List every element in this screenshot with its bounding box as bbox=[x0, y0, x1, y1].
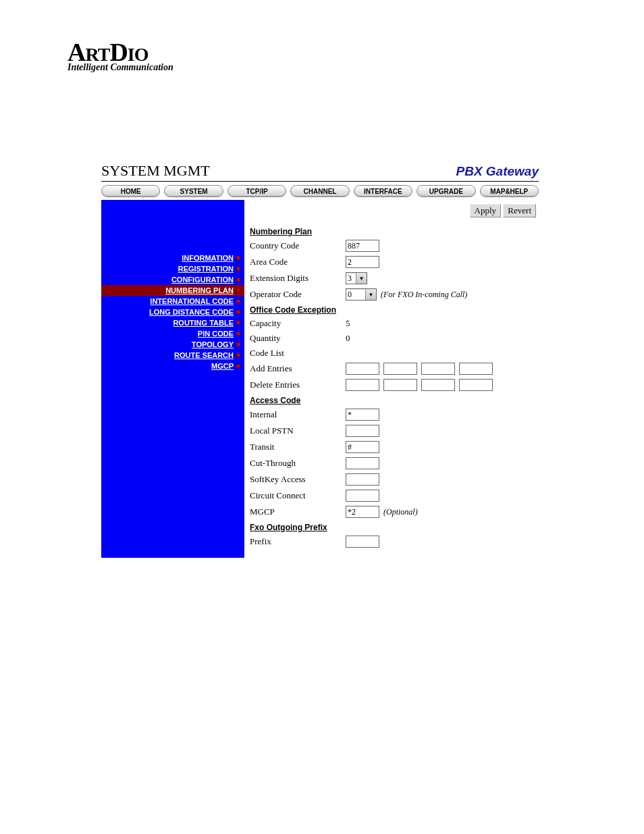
add-entry-input[interactable] bbox=[459, 363, 493, 375]
label-prefix: Prefix bbox=[250, 536, 346, 547]
sidebar-item-long-distance-code[interactable]: LONG DISTANCE CODE bbox=[101, 307, 244, 317]
delete-entry-input[interactable] bbox=[346, 379, 379, 391]
bullet-icon bbox=[236, 332, 240, 336]
bullet-icon bbox=[236, 267, 240, 271]
label-local-pstn: Local PSTN bbox=[250, 425, 346, 436]
prefix-input[interactable] bbox=[346, 536, 379, 548]
sidebar-item-mgcp[interactable]: MGCP bbox=[101, 361, 244, 371]
label-capacity: Capacity bbox=[250, 318, 346, 329]
sidebar-item-route-search[interactable]: ROUTE SEARCH bbox=[101, 350, 244, 361]
sidebar-item-label: INFORMATION bbox=[182, 254, 234, 262]
sidebar-item-registration[interactable]: REGISTRATION bbox=[101, 263, 244, 274]
logo-text: ARTDIO bbox=[68, 41, 644, 63]
bullet-icon bbox=[236, 342, 240, 346]
sidebar-item-label: CONFIGURATION bbox=[171, 276, 234, 284]
sidebar-item-label: REGISTRATION bbox=[178, 265, 234, 273]
bullet-icon bbox=[236, 278, 240, 282]
mgcp-hint: (Optional) bbox=[383, 507, 418, 517]
sidebar-item-routing-table[interactable]: ROUTING TABLE bbox=[101, 317, 244, 328]
extension-digits-select[interactable]: 3 ▼ bbox=[346, 272, 367, 284]
bullet-icon bbox=[236, 310, 240, 314]
delete-entry-input[interactable] bbox=[421, 379, 455, 391]
product-name: PBX Gateway bbox=[456, 164, 539, 179]
delete-entry-input[interactable] bbox=[383, 379, 417, 391]
bullet-icon bbox=[236, 353, 240, 357]
local-pstn-input[interactable] bbox=[346, 425, 379, 437]
label-softkey-access: SoftKey Access bbox=[250, 474, 346, 485]
label-add-entries: Add Entries bbox=[250, 363, 346, 374]
tab-upgrade[interactable]: UPGRADE bbox=[417, 185, 475, 197]
operator-code-select[interactable]: 0 ▼ bbox=[346, 288, 377, 301]
main-tabs: HOME SYSTEM TCP/IP CHANNEL INTERFACE UPG… bbox=[101, 184, 539, 200]
area-code-input[interactable] bbox=[346, 256, 379, 268]
tab-system[interactable]: SYSTEM bbox=[164, 185, 223, 197]
country-code-input[interactable] bbox=[346, 240, 379, 252]
bullet-icon bbox=[236, 321, 240, 325]
sidebar-item-label: TOPOLOGY bbox=[192, 340, 234, 348]
sidebar-item-international-code[interactable]: INTERNATIONAL CODE bbox=[101, 296, 244, 307]
add-entry-input[interactable] bbox=[383, 363, 417, 375]
bullet-icon bbox=[236, 364, 240, 368]
label-area-code: Area Code bbox=[250, 257, 346, 267]
capacity-value: 5 bbox=[346, 318, 373, 329]
sidebar-item-configuration[interactable]: CONFIGURATION bbox=[101, 274, 244, 285]
bullet-icon bbox=[236, 299, 240, 303]
sidebar-item-pin-code[interactable]: PIN CODE bbox=[101, 328, 244, 339]
sidebar-item-label: PIN CODE bbox=[198, 330, 234, 338]
label-operator-code: Operator Code bbox=[250, 289, 346, 300]
tab-maphelp[interactable]: MAP&HELP bbox=[480, 185, 539, 197]
label-circuit-connect: Circuit Connect bbox=[250, 490, 346, 501]
apply-button[interactable]: Apply bbox=[470, 204, 502, 217]
tab-interface[interactable]: INTERFACE bbox=[354, 185, 412, 197]
sidebar-item-label: MGCP bbox=[211, 362, 234, 370]
logo-tagline: Intelligent Communication bbox=[68, 62, 644, 73]
quantity-value: 0 bbox=[346, 333, 373, 344]
sidebar-item-label: ROUTING TABLE bbox=[173, 319, 234, 327]
label-transit: Transit bbox=[250, 442, 346, 452]
section-office-exception: Office Code Exception bbox=[250, 303, 536, 316]
logo-area: ARTDIO Intelligent Communication bbox=[0, 0, 644, 122]
label-mgcp: MGCP bbox=[250, 506, 346, 517]
add-entry-input[interactable] bbox=[346, 363, 379, 375]
cut-through-input[interactable] bbox=[346, 457, 379, 469]
internal-input[interactable] bbox=[346, 409, 379, 421]
mgcp-input[interactable] bbox=[346, 506, 379, 518]
sidebar-item-label: ROUTE SEARCH bbox=[174, 351, 234, 359]
sidebar-item-label: INTERNATIONAL CODE bbox=[150, 297, 234, 305]
tab-home[interactable]: HOME bbox=[101, 185, 160, 197]
sidebar-item-numbering-plan[interactable]: NUMBERING PLAN bbox=[101, 285, 244, 296]
chevron-down-icon: ▼ bbox=[365, 289, 376, 300]
delete-entry-input[interactable] bbox=[459, 379, 493, 391]
label-code-list: Code List bbox=[250, 348, 346, 359]
content-panel: Apply Revert Numbering Plan Country Code… bbox=[244, 200, 539, 558]
label-delete-entries: Delete Entries bbox=[250, 380, 346, 390]
page-title: SYSTEM MGMT bbox=[101, 162, 210, 180]
operator-code-hint: (For FXO In-coming Call) bbox=[381, 290, 467, 300]
bullet-icon bbox=[236, 256, 240, 260]
sidebar-item-label: NUMBERING PLAN bbox=[165, 286, 234, 294]
sidebar: INFORMATION REGISTRATION CONFIGURATION N… bbox=[101, 200, 244, 558]
softkey-access-input[interactable] bbox=[346, 473, 379, 486]
tab-channel[interactable]: CHANNEL bbox=[290, 185, 349, 197]
transit-input[interactable] bbox=[346, 441, 379, 453]
section-access-code: Access Code bbox=[250, 393, 536, 407]
chevron-down-icon: ▼ bbox=[356, 273, 367, 284]
label-quantity: Quantity bbox=[250, 333, 346, 344]
section-fxo-prefix: Fxo Outgoing Prefix bbox=[250, 520, 536, 533]
sidebar-item-label: LONG DISTANCE CODE bbox=[149, 308, 234, 316]
sidebar-item-topology[interactable]: TOPOLOGY bbox=[101, 339, 244, 350]
section-numbering-plan: Numbering Plan bbox=[250, 224, 536, 238]
sidebar-item-information[interactable]: INFORMATION bbox=[101, 253, 244, 263]
add-entry-input[interactable] bbox=[421, 363, 455, 375]
circuit-connect-input[interactable] bbox=[346, 490, 379, 502]
bullet-icon bbox=[236, 288, 240, 292]
label-country-code: Country Code bbox=[250, 240, 346, 251]
label-cut-through: Cut-Through bbox=[250, 458, 346, 469]
label-extension-digits: Extension Digits bbox=[250, 273, 346, 284]
tab-tcpip[interactable]: TCP/IP bbox=[227, 185, 286, 197]
revert-button[interactable]: Revert bbox=[503, 204, 536, 217]
label-internal: Internal bbox=[250, 409, 346, 420]
